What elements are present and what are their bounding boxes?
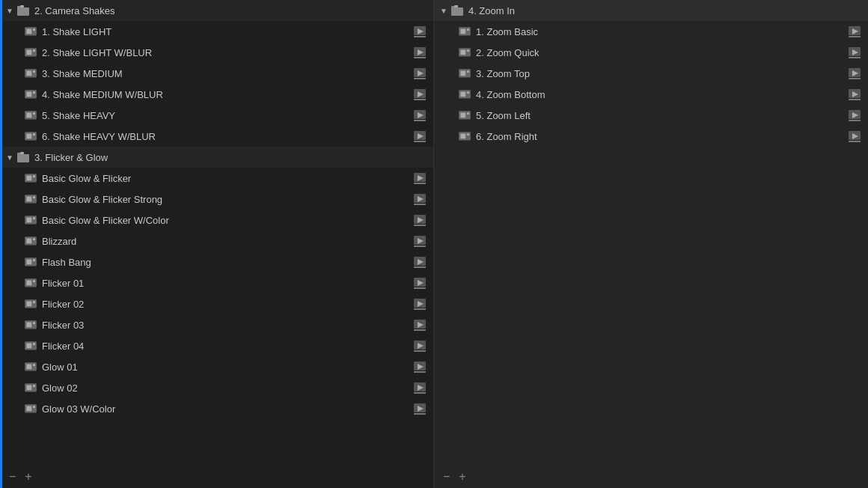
svg-point-68 [33,259,35,261]
apply-icon[interactable] [412,255,427,269]
remove-button[interactable]: − [6,469,19,485]
item-label: 4. Shake MEDIUM W/BLUR [42,89,412,100]
apply-icon[interactable] [412,297,427,311]
list-item-flicker-04[interactable]: Flicker 04 [0,335,433,356]
apply-icon[interactable] [412,46,427,59]
folder-flicker-glow[interactable]: ▼ 3. Flicker & Glow [0,147,433,168]
list-item-flicker-01[interactable]: Flicker 01 [0,272,433,293]
list-item-zoom-top[interactable]: 3. Zoom Top [434,63,868,84]
list-item-zoom-right[interactable]: 6. Zoom Right [434,126,868,147]
svg-rect-61 [26,239,31,244]
item-label: Blizzard [42,236,412,247]
svg-rect-59 [414,225,426,226]
list-item-shake-medium[interactable]: 3. Shake MEDIUM [0,63,433,84]
svg-rect-97 [26,365,31,370]
folder-camera-shakes-label: 2. Camera Shakes [34,5,427,16]
svg-point-86 [33,322,35,324]
folder-camera-shakes[interactable]: ▼ 2. Camera Shakes [0,0,433,21]
svg-rect-89 [414,329,426,331]
svg-rect-122 [849,36,861,37]
apply-icon[interactable] [847,67,862,80]
folder-zoom-in-label: 4. Zoom In [468,5,862,16]
apply-icon[interactable] [412,276,427,290]
right-bottom-controls: − + [434,466,475,488]
effect-icon [24,214,37,226]
list-item-shake-light-blur[interactable]: 2. Shake LIGHT W/BLUR [0,42,433,63]
apply-icon[interactable] [412,318,427,332]
remove-button-right[interactable]: − [440,469,453,485]
list-item-shake-heavy-blur[interactable]: 6. Shake HEAVY W/BLUR [0,126,433,147]
list-item-flicker-03[interactable]: Flicker 03 [0,314,433,335]
apply-icon[interactable] [412,339,427,353]
svg-rect-53 [414,204,426,205]
effect-icon [24,25,37,37]
apply-icon[interactable] [412,88,427,101]
apply-icon[interactable] [412,213,427,227]
svg-rect-107 [414,392,426,394]
svg-point-80 [33,301,35,303]
svg-point-104 [33,385,35,387]
apply-icon[interactable] [412,171,427,185]
svg-rect-22 [26,92,31,97]
list-item-glow-03-color[interactable]: Glow 03 W/Color [0,398,433,419]
list-item-zoom-basic[interactable]: 1. Zoom Basic [434,21,868,42]
effect-icon [458,67,471,79]
svg-rect-67 [26,260,31,265]
chevron-down-icon: ▼ [440,7,447,15]
list-item-basic-glow-flicker-strong[interactable]: Basic Glow & Flicker Strong [0,189,433,210]
apply-icon[interactable] [412,234,427,248]
add-button-right[interactable]: + [456,469,468,485]
apply-icon[interactable] [847,46,862,59]
apply-icon[interactable] [412,67,427,80]
list-item-shake-medium-blur[interactable]: 4. Shake MEDIUM W/BLUR [0,84,433,105]
svg-rect-4 [26,29,31,34]
apply-icon[interactable] [412,25,427,38]
apply-icon[interactable] [847,25,862,38]
list-item-glow-01[interactable]: Glow 01 [0,356,433,377]
svg-rect-128 [849,57,861,58]
list-item-shake-heavy[interactable]: 5. Shake HEAVY [0,105,433,126]
list-item-basic-glow-flicker-color[interactable]: Basic Glow & Flicker W/Color [0,210,433,231]
svg-rect-26 [414,99,426,100]
item-label: Basic Glow & Flicker Strong [42,194,412,205]
folder-zoom-in[interactable]: ▼ 4. Zoom In [434,0,868,21]
list-item-flash-bang[interactable]: Flash Bang [0,251,433,272]
effect-icon [458,46,471,58]
list-item-shake-light[interactable]: 1. Shake LIGHT [0,21,433,42]
svg-point-29 [33,112,35,115]
item-label: Flicker 04 [42,341,412,352]
add-button[interactable]: + [22,469,34,485]
svg-point-5 [33,28,35,31]
list-item-zoom-bottom[interactable]: 4. Zoom Bottom [434,84,868,105]
list-item-zoom-left[interactable]: 5. Zoom Left [434,105,868,126]
apply-icon[interactable] [412,109,427,122]
effect-icon [24,88,37,100]
item-label: 4. Zoom Bottom [476,89,847,100]
apply-icon[interactable] [847,109,862,122]
list-item-blizzard[interactable]: Blizzard [0,231,433,251]
item-label: Glow 03 W/Color [42,403,412,415]
list-item-basic-glow-flicker[interactable]: Basic Glow & Flicker [0,168,433,189]
effect-icon [24,319,37,331]
item-label: 1. Shake LIGHT [42,26,412,37]
apply-icon[interactable] [847,129,862,143]
apply-icon[interactable] [847,88,862,101]
apply-icon[interactable] [412,129,427,143]
svg-rect-142 [460,113,465,118]
svg-rect-41 [20,152,24,154]
svg-rect-130 [460,71,465,76]
apply-icon[interactable] [412,360,427,373]
list-item-zoom-quick[interactable]: 2. Zoom Quick [434,42,868,63]
svg-rect-136 [460,92,465,97]
apply-icon[interactable] [412,192,427,206]
item-label: 3. Shake MEDIUM [42,68,412,79]
list-item-glow-02[interactable]: Glow 02 [0,377,433,398]
apply-icon[interactable] [412,402,427,415]
svg-point-92 [33,343,35,345]
apply-icon[interactable] [412,381,427,394]
effect-icon [24,235,37,247]
left-panel: ▼ 2. Camera Shakes 1. Shake LIGHT 2. Sha… [0,0,434,488]
list-item-flicker-02[interactable]: Flicker 02 [0,293,433,314]
effect-icon [458,88,471,100]
svg-rect-134 [849,78,861,79]
